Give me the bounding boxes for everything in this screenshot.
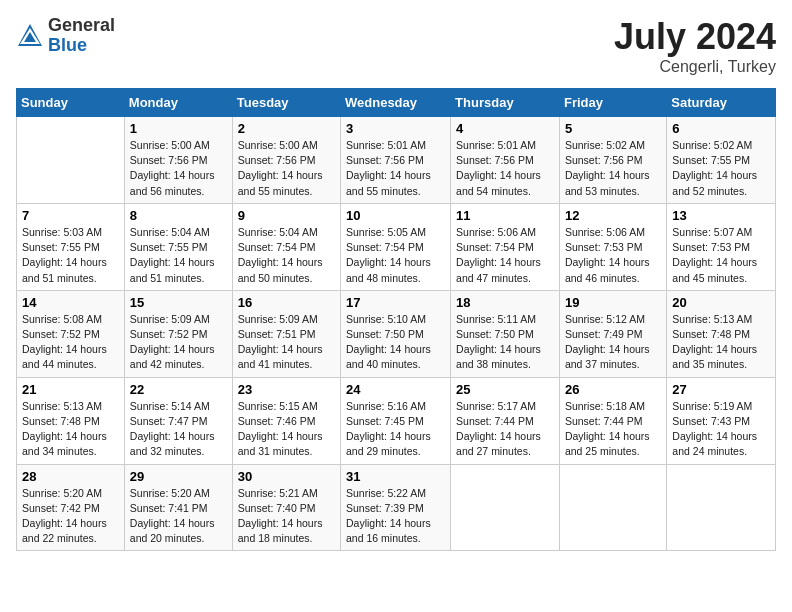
calendar-header: SundayMondayTuesdayWednesdayThursdayFrid…	[17, 89, 776, 117]
page-header: General Blue July 2024 Cengerli, Turkey	[16, 16, 776, 76]
day-info: Sunrise: 5:02 AMSunset: 7:55 PMDaylight:…	[672, 138, 770, 199]
calendar-cell: 4Sunrise: 5:01 AMSunset: 7:56 PMDaylight…	[451, 117, 560, 204]
day-number: 26	[565, 382, 661, 397]
day-info: Sunrise: 5:00 AMSunset: 7:56 PMDaylight:…	[238, 138, 335, 199]
day-number: 19	[565, 295, 661, 310]
calendar-cell: 12Sunrise: 5:06 AMSunset: 7:53 PMDayligh…	[559, 203, 666, 290]
calendar-cell: 10Sunrise: 5:05 AMSunset: 7:54 PMDayligh…	[341, 203, 451, 290]
calendar-cell: 11Sunrise: 5:06 AMSunset: 7:54 PMDayligh…	[451, 203, 560, 290]
day-number: 27	[672, 382, 770, 397]
calendar-cell: 9Sunrise: 5:04 AMSunset: 7:54 PMDaylight…	[232, 203, 340, 290]
day-number: 11	[456, 208, 554, 223]
calendar-cell: 14Sunrise: 5:08 AMSunset: 7:52 PMDayligh…	[17, 290, 125, 377]
calendar-cell	[667, 464, 776, 551]
day-info: Sunrise: 5:16 AMSunset: 7:45 PMDaylight:…	[346, 399, 445, 460]
day-number: 29	[130, 469, 227, 484]
calendar-cell: 3Sunrise: 5:01 AMSunset: 7:56 PMDaylight…	[341, 117, 451, 204]
month-title: July 2024	[614, 16, 776, 58]
weekday-header: Wednesday	[341, 89, 451, 117]
calendar-cell: 1Sunrise: 5:00 AMSunset: 7:56 PMDaylight…	[124, 117, 232, 204]
day-info: Sunrise: 5:20 AMSunset: 7:42 PMDaylight:…	[22, 486, 119, 547]
day-number: 2	[238, 121, 335, 136]
day-number: 17	[346, 295, 445, 310]
day-number: 12	[565, 208, 661, 223]
day-info: Sunrise: 5:05 AMSunset: 7:54 PMDaylight:…	[346, 225, 445, 286]
day-number: 10	[346, 208, 445, 223]
day-number: 3	[346, 121, 445, 136]
calendar-cell: 19Sunrise: 5:12 AMSunset: 7:49 PMDayligh…	[559, 290, 666, 377]
day-number: 20	[672, 295, 770, 310]
location: Cengerli, Turkey	[614, 58, 776, 76]
calendar-cell: 2Sunrise: 5:00 AMSunset: 7:56 PMDaylight…	[232, 117, 340, 204]
day-info: Sunrise: 5:09 AMSunset: 7:52 PMDaylight:…	[130, 312, 227, 373]
calendar-cell: 23Sunrise: 5:15 AMSunset: 7:46 PMDayligh…	[232, 377, 340, 464]
day-info: Sunrise: 5:04 AMSunset: 7:55 PMDaylight:…	[130, 225, 227, 286]
calendar-week-row: 28Sunrise: 5:20 AMSunset: 7:42 PMDayligh…	[17, 464, 776, 551]
calendar-body: 1Sunrise: 5:00 AMSunset: 7:56 PMDaylight…	[17, 117, 776, 551]
day-info: Sunrise: 5:15 AMSunset: 7:46 PMDaylight:…	[238, 399, 335, 460]
calendar-table: SundayMondayTuesdayWednesdayThursdayFrid…	[16, 88, 776, 551]
calendar-cell: 25Sunrise: 5:17 AMSunset: 7:44 PMDayligh…	[451, 377, 560, 464]
logo-icon	[16, 22, 44, 50]
calendar-week-row: 21Sunrise: 5:13 AMSunset: 7:48 PMDayligh…	[17, 377, 776, 464]
day-info: Sunrise: 5:01 AMSunset: 7:56 PMDaylight:…	[346, 138, 445, 199]
day-number: 24	[346, 382, 445, 397]
calendar-cell: 16Sunrise: 5:09 AMSunset: 7:51 PMDayligh…	[232, 290, 340, 377]
day-number: 30	[238, 469, 335, 484]
calendar-cell: 5Sunrise: 5:02 AMSunset: 7:56 PMDaylight…	[559, 117, 666, 204]
day-info: Sunrise: 5:09 AMSunset: 7:51 PMDaylight:…	[238, 312, 335, 373]
day-info: Sunrise: 5:03 AMSunset: 7:55 PMDaylight:…	[22, 225, 119, 286]
day-number: 13	[672, 208, 770, 223]
day-info: Sunrise: 5:10 AMSunset: 7:50 PMDaylight:…	[346, 312, 445, 373]
day-number: 5	[565, 121, 661, 136]
weekday-header: Sunday	[17, 89, 125, 117]
calendar-cell: 15Sunrise: 5:09 AMSunset: 7:52 PMDayligh…	[124, 290, 232, 377]
day-info: Sunrise: 5:00 AMSunset: 7:56 PMDaylight:…	[130, 138, 227, 199]
day-number: 22	[130, 382, 227, 397]
day-info: Sunrise: 5:13 AMSunset: 7:48 PMDaylight:…	[22, 399, 119, 460]
calendar-cell: 28Sunrise: 5:20 AMSunset: 7:42 PMDayligh…	[17, 464, 125, 551]
calendar-cell	[17, 117, 125, 204]
day-info: Sunrise: 5:06 AMSunset: 7:54 PMDaylight:…	[456, 225, 554, 286]
day-info: Sunrise: 5:20 AMSunset: 7:41 PMDaylight:…	[130, 486, 227, 547]
weekday-header: Saturday	[667, 89, 776, 117]
day-number: 16	[238, 295, 335, 310]
day-info: Sunrise: 5:21 AMSunset: 7:40 PMDaylight:…	[238, 486, 335, 547]
calendar-cell: 6Sunrise: 5:02 AMSunset: 7:55 PMDaylight…	[667, 117, 776, 204]
calendar-cell: 18Sunrise: 5:11 AMSunset: 7:50 PMDayligh…	[451, 290, 560, 377]
calendar-cell: 20Sunrise: 5:13 AMSunset: 7:48 PMDayligh…	[667, 290, 776, 377]
calendar-cell: 21Sunrise: 5:13 AMSunset: 7:48 PMDayligh…	[17, 377, 125, 464]
day-number: 18	[456, 295, 554, 310]
day-number: 21	[22, 382, 119, 397]
day-info: Sunrise: 5:06 AMSunset: 7:53 PMDaylight:…	[565, 225, 661, 286]
day-info: Sunrise: 5:08 AMSunset: 7:52 PMDaylight:…	[22, 312, 119, 373]
logo-general-text: General	[48, 15, 115, 35]
calendar-cell: 7Sunrise: 5:03 AMSunset: 7:55 PMDaylight…	[17, 203, 125, 290]
calendar-cell: 26Sunrise: 5:18 AMSunset: 7:44 PMDayligh…	[559, 377, 666, 464]
day-number: 14	[22, 295, 119, 310]
day-info: Sunrise: 5:02 AMSunset: 7:56 PMDaylight:…	[565, 138, 661, 199]
day-info: Sunrise: 5:19 AMSunset: 7:43 PMDaylight:…	[672, 399, 770, 460]
calendar-cell	[559, 464, 666, 551]
day-number: 31	[346, 469, 445, 484]
calendar-cell	[451, 464, 560, 551]
day-info: Sunrise: 5:04 AMSunset: 7:54 PMDaylight:…	[238, 225, 335, 286]
weekday-header: Tuesday	[232, 89, 340, 117]
day-info: Sunrise: 5:17 AMSunset: 7:44 PMDaylight:…	[456, 399, 554, 460]
logo: General Blue	[16, 16, 115, 56]
calendar-cell: 22Sunrise: 5:14 AMSunset: 7:47 PMDayligh…	[124, 377, 232, 464]
calendar-cell: 31Sunrise: 5:22 AMSunset: 7:39 PMDayligh…	[341, 464, 451, 551]
calendar-week-row: 7Sunrise: 5:03 AMSunset: 7:55 PMDaylight…	[17, 203, 776, 290]
day-number: 8	[130, 208, 227, 223]
calendar-cell: 29Sunrise: 5:20 AMSunset: 7:41 PMDayligh…	[124, 464, 232, 551]
day-number: 6	[672, 121, 770, 136]
day-info: Sunrise: 5:07 AMSunset: 7:53 PMDaylight:…	[672, 225, 770, 286]
day-number: 4	[456, 121, 554, 136]
calendar-week-row: 1Sunrise: 5:00 AMSunset: 7:56 PMDaylight…	[17, 117, 776, 204]
calendar-cell: 30Sunrise: 5:21 AMSunset: 7:40 PMDayligh…	[232, 464, 340, 551]
calendar-cell: 17Sunrise: 5:10 AMSunset: 7:50 PMDayligh…	[341, 290, 451, 377]
day-info: Sunrise: 5:13 AMSunset: 7:48 PMDaylight:…	[672, 312, 770, 373]
calendar-cell: 27Sunrise: 5:19 AMSunset: 7:43 PMDayligh…	[667, 377, 776, 464]
day-info: Sunrise: 5:14 AMSunset: 7:47 PMDaylight:…	[130, 399, 227, 460]
logo-blue-text: Blue	[48, 35, 87, 55]
